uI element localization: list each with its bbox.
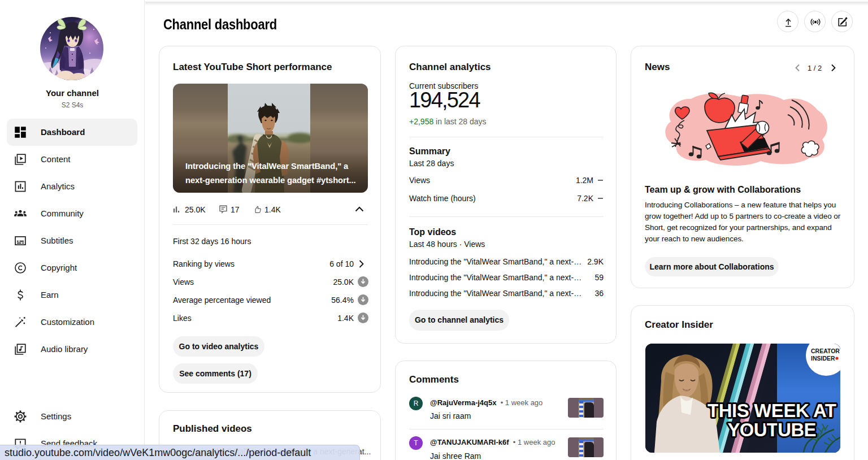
svg-text:CREATOR: CREATOR <box>811 348 840 354</box>
svg-text:INSIDER: INSIDER <box>811 355 835 362</box>
svg-text:THIS WEEK AT: THIS WEEK AT <box>708 400 836 421</box>
svg-text:YOUTUBE: YOUTUBE <box>728 419 817 440</box>
